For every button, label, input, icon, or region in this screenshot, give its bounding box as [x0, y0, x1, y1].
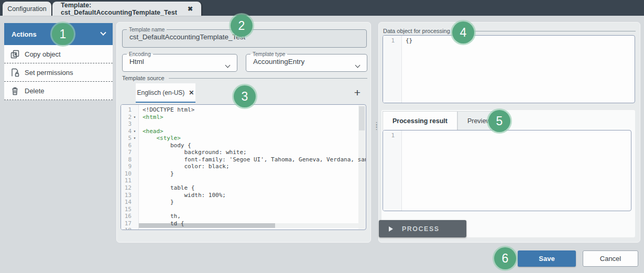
fold-caret-icon[interactable]: ▾: [132, 128, 138, 135]
tab-template-label: Template: cst_DefaultAccountingTemplate_…: [61, 2, 183, 16]
process-button-label: PROCESS: [402, 225, 440, 233]
code-text: <head>: [139, 128, 163, 135]
menu-item-copy-object[interactable]: Copy object: [4, 45, 113, 63]
encoding-value: Html: [123, 57, 237, 65]
code-text: td {: [139, 220, 184, 227]
encoding-select[interactable]: Encoding Html: [122, 51, 237, 72]
copy-icon: [10, 50, 19, 59]
line-number: 13: [121, 192, 132, 199]
fold-spacer: [132, 220, 138, 227]
code-text: [139, 121, 143, 128]
play-icon: [389, 226, 393, 232]
line-number: 6: [121, 142, 132, 149]
fold-spacer: [132, 206, 138, 213]
panel-splitter[interactable]: ⋮⋮: [371, 22, 378, 243]
add-language-tab-button[interactable]: +: [354, 86, 361, 100]
line-number: 14: [121, 199, 132, 206]
save-button[interactable]: Save: [518, 250, 576, 267]
code-line: 10 }: [121, 170, 366, 178]
fold-caret-icon[interactable]: ▾: [132, 114, 138, 121]
line-number: 16: [121, 213, 132, 220]
tab-configuration-label: Configuration: [7, 5, 46, 13]
annotation-marker-2: 2: [231, 15, 253, 37]
line-number: 17: [121, 220, 132, 227]
language-tab-english[interactable]: Englisch (en-US) ✕: [136, 83, 195, 103]
code-line: 4▾<head>: [121, 128, 366, 135]
code-text: body {: [139, 142, 191, 149]
annotation-marker-3: 3: [234, 85, 256, 107]
code-line: 1<!DOCTYPE html>: [121, 106, 366, 114]
line-number: 9: [121, 163, 132, 170]
template-name-label: Template name: [127, 27, 167, 32]
code-text: <style>: [139, 135, 181, 142]
code-text: font-family: 'Segoe UI', Tahoma, Geneva,…: [139, 156, 366, 163]
fold-spacer: [132, 184, 138, 192]
menu-item-set-permissions[interactable]: Set permissions: [4, 63, 113, 82]
code-line: 8 font-family: 'Segoe UI', Tahoma, Genev…: [121, 156, 366, 163]
fold-spacer: [132, 199, 138, 206]
code-line: 2▾<html>: [121, 114, 366, 121]
line-number: 15: [121, 206, 132, 213]
line-number: 4: [121, 128, 132, 135]
code-line: 1: [383, 132, 631, 139]
line-number: 18: [121, 227, 132, 230]
process-button[interactable]: PROCESS: [379, 220, 466, 237]
code-text: width: 100%;: [139, 192, 226, 199]
data-object-editor[interactable]: 1 {}: [383, 35, 635, 103]
fold-caret-icon[interactable]: ▾: [132, 135, 138, 142]
code-text: }: [139, 170, 174, 178]
annotation-marker-1: 1: [52, 23, 74, 45]
fold-spacer: [132, 213, 138, 220]
template-source-section: Template source: [122, 75, 367, 81]
menu-item-label: Delete: [25, 87, 45, 95]
annotation-marker-6: 6: [494, 247, 516, 269]
language-tab-close-icon[interactable]: ✕: [189, 89, 194, 96]
code-text: {}: [402, 37, 412, 45]
code-text: [139, 227, 143, 230]
template-edit-panel: Template name cst_DefaultAccountingTempl…: [116, 22, 371, 243]
line-number: 5: [121, 135, 132, 142]
code-lines: 1<!DOCTYPE html>2▾<html>34▾<head>5▾ <sty…: [121, 105, 366, 230]
permissions-lock-icon: [10, 68, 19, 77]
line-number: 1: [383, 37, 395, 45]
template-source-code-editor[interactable]: 1<!DOCTYPE html>2▾<html>34▾<head>5▾ <sty…: [121, 104, 366, 230]
fold-spacer: [132, 163, 138, 170]
code-text: table {: [139, 184, 194, 192]
tab-configuration[interactable]: Configuration: [3, 2, 51, 16]
fold-spacer: [132, 170, 138, 178]
window-tab-bar: Configuration Template: cst_DefaultAccou…: [0, 0, 644, 16]
tab-processing-result[interactable]: Processing result: [383, 111, 457, 130]
divider: [169, 78, 367, 79]
tab-template[interactable]: Template: cst_DefaultAccountingTemplate_…: [52, 2, 201, 16]
tab-close-icon[interactable]: ✖: [188, 5, 193, 13]
processing-result-editor[interactable]: 1: [383, 130, 631, 211]
template-source-label: Template source: [122, 75, 165, 81]
processing-panel: Data object for processing 1 {} Processi…: [378, 22, 640, 243]
fold-spacer: [132, 106, 138, 114]
code-line: 5▾ <style>: [121, 135, 366, 142]
fold-spacer: [132, 149, 138, 156]
template-type-select[interactable]: Template type AccountingEntry: [246, 51, 367, 72]
trash-icon: [10, 86, 19, 95]
cancel-button[interactable]: Cancel: [583, 250, 638, 267]
fold-spacer: [132, 156, 138, 163]
line-number: 2: [121, 114, 132, 121]
menu-item-label: Set permissions: [25, 69, 73, 77]
result-tab-bar: Processing result Preview: [383, 111, 500, 130]
annotation-marker-4: 4: [452, 21, 474, 43]
code-line: 14 }: [121, 199, 366, 206]
fold-spacer: [132, 227, 138, 230]
menu-item-delete[interactable]: Delete: [4, 82, 113, 100]
tab-label: Preview: [467, 117, 490, 125]
menu-item-label: Copy object: [25, 50, 61, 58]
code-line: 15: [121, 206, 366, 213]
code-text: color: black;: [139, 163, 230, 170]
line-number: 8: [121, 156, 132, 163]
data-object-section: Data object for processing: [383, 28, 636, 34]
chevron-down-icon: [100, 30, 106, 36]
code-text: <html>: [139, 114, 163, 121]
divider: [454, 31, 636, 31]
code-line: 9 color: black;: [121, 163, 366, 170]
save-button-label: Save: [539, 255, 554, 263]
annotation-marker-5: 5: [488, 110, 510, 132]
